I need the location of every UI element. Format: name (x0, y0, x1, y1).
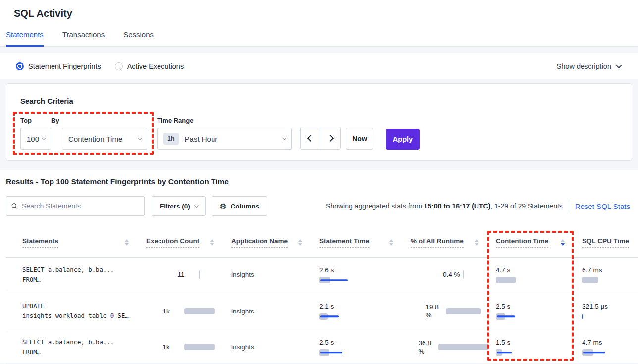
execution-count-bar (199, 271, 200, 278)
next-time-range-button[interactable] (320, 127, 340, 149)
page-header: SQL Activity Statements Transactions Ses… (0, 0, 638, 47)
chevron-left-icon (307, 135, 314, 142)
table-row[interactable]: UPDATEinsights_workload_table_0 SE… 1k i… (6, 292, 638, 330)
search-criteria-panel: Search Criteria Top 100 By Contention Ti… (6, 83, 632, 161)
table-row[interactable]: SELECT a.balance, b.ba...FROM… 1k insigh… (6, 330, 638, 364)
statement-time-cell: 2.6 s (319, 266, 411, 284)
chevron-right-icon (327, 135, 334, 142)
sql-cpu-time-cell: 321.5 µs (582, 302, 638, 320)
results-toolbar: Filters (0) ⚙ Columns Showing aggregated… (6, 196, 632, 216)
contention-time-bar (496, 349, 582, 356)
application-name-cell: insights (231, 343, 319, 351)
sort-icon (210, 239, 214, 246)
sort-icon (389, 239, 393, 246)
time-range-badge: 1h (163, 133, 179, 145)
contention-time-bar (496, 313, 582, 320)
sort-icon (298, 239, 302, 246)
execution-count-bar (184, 344, 215, 351)
tab-transactions[interactable]: Transactions (62, 30, 105, 47)
contention-time-cell: 4.7 s (496, 266, 582, 284)
previous-time-range-button[interactable] (301, 127, 320, 149)
tab-bar: Statements Transactions Sessions (0, 19, 638, 46)
table-row[interactable]: SELECT a.balance, b.ba...FROM… 11 insigh… (6, 258, 638, 292)
sql-cpu-time-bar (582, 313, 638, 320)
pct-runtime-cell: 0.4 % (411, 270, 496, 279)
time-range-value: Past Hour (185, 135, 218, 143)
time-range-field: Time Range 1h Past Hour (157, 117, 292, 150)
apply-button[interactable]: Apply (386, 129, 420, 150)
sql-cpu-time-bar (582, 349, 638, 356)
search-statements-box (6, 196, 145, 216)
search-criteria-controls: Top 100 By Contention Time Time Range 1h… (20, 117, 618, 150)
tab-statements[interactable]: Statements (6, 30, 44, 47)
reset-sql-stats-link[interactable]: Reset SQL Stats (575, 202, 632, 210)
application-name-cell: insights (231, 308, 319, 315)
sort-icon (475, 239, 478, 246)
sql-cpu-time-bar (582, 277, 638, 284)
radio-active-executions[interactable] (115, 62, 123, 70)
sql-cpu-time-cell: 6.7 ms (582, 266, 638, 284)
by-select-value: Contention Time (68, 135, 122, 143)
statement-link[interactable]: SELECT a.balance, b.ba...FROM… (6, 265, 146, 285)
statement-link[interactable]: UPDATEinsights_workload_table_0 SE… (6, 301, 146, 321)
now-button[interactable]: Now (346, 128, 373, 150)
time-range-select[interactable]: 1h Past Hour (157, 128, 292, 150)
statement-time-cell: 2.1 s (319, 302, 411, 320)
column-header-execution-count[interactable]: Execution Count (146, 237, 231, 248)
column-header-pct-of-all-runtime[interactable]: % of All Runtime (411, 237, 496, 248)
top-select-value: 100 (27, 135, 39, 143)
statement-link[interactable]: SELECT a.balance, b.ba...FROM… (6, 337, 146, 357)
pct-runtime-cell: 19.8 % (411, 303, 496, 319)
view-toggle-bar: Statement Fingerprints Active Executions… (0, 53, 638, 79)
chevron-down-icon (138, 136, 142, 140)
sql-activity-page: SQL Activity Statements Transactions Ses… (0, 0, 638, 364)
by-select[interactable]: Contention Time (62, 128, 147, 150)
column-header-statements[interactable]: Statements (6, 237, 146, 248)
results-heading: Results - Top 100 Statement Fingerprints… (0, 177, 638, 186)
search-criteria-title: Search Criteria (20, 97, 618, 105)
statement-time-bar (319, 313, 411, 320)
columns-label: Columns (230, 203, 259, 210)
show-description-label: Show description (557, 62, 611, 70)
radio-statement-fingerprints[interactable] (16, 62, 24, 70)
page-title: SQL Activity (0, 0, 638, 19)
time-range-pager (300, 127, 341, 150)
gear-icon: ⚙ (220, 203, 226, 210)
column-header-application-name[interactable]: Application Name (231, 237, 319, 248)
show-description-toggle[interactable]: Show description (557, 62, 620, 70)
chevron-down-icon (42, 136, 46, 140)
execution-count-cell: 11 (146, 270, 231, 279)
search-statements-input[interactable] (22, 202, 139, 210)
application-name-cell: insights (231, 271, 319, 278)
column-header-sql-cpu-time[interactable]: SQL CPU Time (582, 237, 638, 248)
chevron-down-icon (616, 63, 622, 68)
top-label: Top (20, 117, 51, 124)
pct-runtime-bar (438, 344, 488, 351)
pct-runtime-bar (463, 271, 464, 278)
column-header-contention-time[interactable]: Contention Time (496, 237, 582, 248)
pct-runtime-bar (446, 308, 481, 314)
contention-time-bar (496, 277, 582, 284)
columns-button[interactable]: ⚙ Columns (212, 196, 267, 216)
radio-active-executions-label: Active Executions (127, 62, 184, 70)
filters-button[interactable]: Filters (0) (152, 196, 206, 216)
radio-statement-fingerprints-label: Statement Fingerprints (28, 62, 101, 70)
top-field: Top 100 (20, 117, 51, 150)
tab-sessions[interactable]: Sessions (123, 30, 154, 47)
execution-count-bar (184, 308, 215, 314)
statement-time-bar (319, 277, 411, 284)
sort-icon (561, 239, 565, 246)
time-range-label: Time Range (157, 117, 292, 124)
contention-time-cell: 1.5 s (496, 338, 582, 356)
chevron-down-icon (282, 136, 287, 140)
column-header-statement-time[interactable]: Statement Time (319, 237, 411, 248)
filters-label: Filters (0) (160, 203, 190, 210)
execution-count-cell: 1k (146, 343, 231, 351)
statement-time-cell: 2.5 s (319, 338, 411, 356)
contention-time-cell: 2.5 s (496, 302, 582, 320)
toolbar-divider (569, 199, 569, 213)
search-icon (11, 203, 18, 209)
results-section: Results - Top 100 Statement Fingerprints… (0, 170, 638, 363)
top-select[interactable]: 100 (20, 128, 51, 150)
table-header-row: Statements Execution Count Application N… (6, 228, 638, 258)
